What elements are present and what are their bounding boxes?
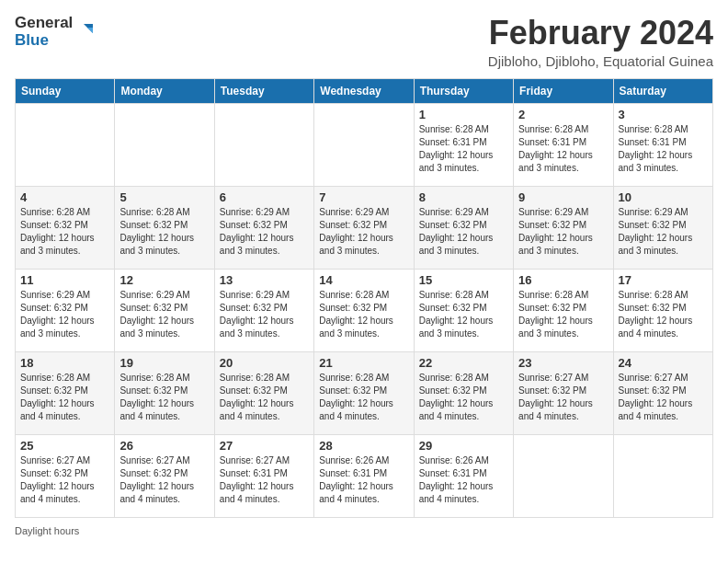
- calendar-cell: 29Sunrise: 6:26 AMSunset: 6:31 PMDayligh…: [414, 434, 513, 517]
- calendar-cell: 10Sunrise: 6:29 AMSunset: 6:32 PMDayligh…: [613, 186, 712, 269]
- day-info: Sunrise: 6:27 AMSunset: 6:32 PMDaylight:…: [518, 372, 608, 423]
- calendar-cell: 8Sunrise: 6:29 AMSunset: 6:32 PMDaylight…: [414, 186, 513, 269]
- day-number: 20: [220, 356, 309, 370]
- weekday-header-tuesday: Tuesday: [214, 78, 313, 103]
- page-header: General Blue February 2024 Djibloho, Dji…: [15, 15, 713, 69]
- calendar-cell: [214, 103, 313, 186]
- day-number: 18: [20, 356, 109, 370]
- day-info: Sunrise: 6:28 AMSunset: 6:31 PMDaylight:…: [619, 123, 708, 175]
- calendar-cell: 1Sunrise: 6:28 AMSunset: 6:31 PMDaylight…: [414, 103, 513, 186]
- day-info: Sunrise: 6:29 AMSunset: 6:32 PMDaylight:…: [220, 206, 309, 258]
- calendar-cell: 9Sunrise: 6:29 AMSunset: 6:32 PMDaylight…: [514, 186, 613, 269]
- day-info: Sunrise: 6:29 AMSunset: 6:32 PMDaylight:…: [619, 206, 708, 258]
- day-number: 10: [619, 190, 708, 204]
- day-info: Sunrise: 6:27 AMSunset: 6:32 PMDaylight:…: [619, 372, 708, 423]
- calendar-cell: 7Sunrise: 6:29 AMSunset: 6:32 PMDaylight…: [314, 186, 414, 269]
- day-number: 17: [619, 273, 708, 287]
- day-number: 16: [518, 273, 608, 287]
- calendar-week-4: 18Sunrise: 6:28 AMSunset: 6:32 PMDayligh…: [16, 351, 713, 434]
- day-number: 7: [319, 190, 408, 204]
- day-info: Sunrise: 6:28 AMSunset: 6:32 PMDaylight:…: [419, 289, 508, 340]
- day-number: 24: [619, 356, 708, 370]
- calendar-cell: 3Sunrise: 6:28 AMSunset: 6:31 PMDaylight…: [613, 103, 712, 186]
- weekday-header-friday: Friday: [514, 78, 613, 103]
- calendar-cell: 20Sunrise: 6:28 AMSunset: 6:32 PMDayligh…: [214, 351, 313, 434]
- month-title: February 2024: [488, 15, 713, 52]
- day-info: Sunrise: 6:28 AMSunset: 6:32 PMDaylight:…: [419, 372, 508, 423]
- weekday-header-sunday: Sunday: [16, 78, 115, 103]
- calendar-cell: [514, 434, 613, 517]
- day-number: 21: [319, 356, 408, 370]
- day-number: 11: [20, 273, 109, 287]
- calendar-week-2: 4Sunrise: 6:28 AMSunset: 6:32 PMDaylight…: [16, 186, 713, 269]
- day-info: Sunrise: 6:28 AMSunset: 6:32 PMDaylight:…: [20, 206, 109, 258]
- day-number: 9: [518, 190, 608, 204]
- calendar-cell: 13Sunrise: 6:29 AMSunset: 6:32 PMDayligh…: [214, 269, 313, 351]
- calendar-cell: 26Sunrise: 6:27 AMSunset: 6:32 PMDayligh…: [115, 434, 214, 517]
- calendar-cell: 6Sunrise: 6:29 AMSunset: 6:32 PMDaylight…: [214, 186, 313, 269]
- day-number: 28: [319, 439, 408, 453]
- calendar-cell: 16Sunrise: 6:28 AMSunset: 6:32 PMDayligh…: [514, 269, 613, 351]
- day-info: Sunrise: 6:29 AMSunset: 6:32 PMDaylight:…: [20, 289, 109, 340]
- day-info: Sunrise: 6:26 AMSunset: 6:31 PMDaylight:…: [419, 454, 508, 506]
- day-number: 15: [419, 273, 508, 287]
- calendar-cell: 19Sunrise: 6:28 AMSunset: 6:32 PMDayligh…: [115, 351, 214, 434]
- day-info: Sunrise: 6:27 AMSunset: 6:31 PMDaylight:…: [220, 454, 309, 506]
- day-info: Sunrise: 6:28 AMSunset: 6:32 PMDaylight:…: [319, 289, 408, 340]
- calendar-cell: [115, 103, 214, 186]
- location-title: Djibloho, Djibloho, Equatorial Guinea: [488, 53, 713, 69]
- calendar-cell: 5Sunrise: 6:28 AMSunset: 6:32 PMDaylight…: [115, 186, 214, 269]
- calendar-cell: 25Sunrise: 6:27 AMSunset: 6:32 PMDayligh…: [16, 434, 115, 517]
- calendar-cell: [314, 103, 414, 186]
- calendar-cell: [613, 434, 712, 517]
- day-number: 6: [220, 190, 309, 204]
- day-info: Sunrise: 6:27 AMSunset: 6:32 PMDaylight:…: [119, 454, 209, 506]
- day-number: 27: [220, 439, 309, 453]
- calendar-cell: 17Sunrise: 6:28 AMSunset: 6:32 PMDayligh…: [613, 269, 712, 351]
- day-number: 3: [619, 108, 708, 121]
- calendar-cell: 11Sunrise: 6:29 AMSunset: 6:32 PMDayligh…: [16, 269, 115, 351]
- calendar-cell: 4Sunrise: 6:28 AMSunset: 6:32 PMDaylight…: [16, 186, 115, 269]
- day-info: Sunrise: 6:28 AMSunset: 6:32 PMDaylight:…: [518, 289, 608, 340]
- day-number: 5: [119, 190, 209, 204]
- calendar-week-5: 25Sunrise: 6:27 AMSunset: 6:32 PMDayligh…: [16, 434, 713, 517]
- calendar-cell: 22Sunrise: 6:28 AMSunset: 6:32 PMDayligh…: [414, 351, 513, 434]
- day-info: Sunrise: 6:27 AMSunset: 6:32 PMDaylight:…: [20, 454, 109, 506]
- day-info: Sunrise: 6:28 AMSunset: 6:32 PMDaylight:…: [619, 289, 708, 340]
- calendar-cell: 21Sunrise: 6:28 AMSunset: 6:32 PMDayligh…: [314, 351, 414, 434]
- day-number: 4: [20, 190, 109, 204]
- calendar-week-1: 1Sunrise: 6:28 AMSunset: 6:31 PMDaylight…: [16, 103, 713, 186]
- weekday-header-wednesday: Wednesday: [314, 78, 414, 103]
- svg-marker-1: [87, 28, 93, 33]
- day-number: 25: [20, 439, 109, 453]
- logo-chevron-icon: [76, 22, 97, 42]
- day-number: 19: [119, 356, 209, 370]
- day-info: Sunrise: 6:29 AMSunset: 6:32 PMDaylight:…: [119, 289, 209, 340]
- day-number: 1: [419, 108, 508, 121]
- day-number: 29: [419, 439, 508, 453]
- calendar-cell: 24Sunrise: 6:27 AMSunset: 6:32 PMDayligh…: [613, 351, 712, 434]
- day-info: Sunrise: 6:29 AMSunset: 6:32 PMDaylight:…: [518, 206, 608, 258]
- calendar-cell: 18Sunrise: 6:28 AMSunset: 6:32 PMDayligh…: [16, 351, 115, 434]
- day-info: Sunrise: 6:28 AMSunset: 6:31 PMDaylight:…: [419, 123, 508, 175]
- calendar-table: SundayMondayTuesdayWednesdayThursdayFrid…: [15, 78, 713, 518]
- calendar-week-3: 11Sunrise: 6:29 AMSunset: 6:32 PMDayligh…: [16, 269, 713, 351]
- day-info: Sunrise: 6:28 AMSunset: 6:31 PMDaylight:…: [518, 123, 608, 175]
- day-info: Sunrise: 6:26 AMSunset: 6:31 PMDaylight:…: [319, 454, 408, 506]
- day-info: Sunrise: 6:29 AMSunset: 6:32 PMDaylight:…: [220, 289, 309, 340]
- weekday-header-row: SundayMondayTuesdayWednesdayThursdayFrid…: [16, 78, 713, 103]
- calendar-cell: 15Sunrise: 6:28 AMSunset: 6:32 PMDayligh…: [414, 269, 513, 351]
- day-info: Sunrise: 6:28 AMSunset: 6:32 PMDaylight:…: [20, 372, 109, 423]
- weekday-header-monday: Monday: [115, 78, 214, 103]
- calendar-cell: [16, 103, 115, 186]
- calendar-cell: 28Sunrise: 6:26 AMSunset: 6:31 PMDayligh…: [314, 434, 414, 517]
- day-number: 14: [319, 273, 408, 287]
- day-info: Sunrise: 6:29 AMSunset: 6:32 PMDaylight:…: [319, 206, 408, 258]
- day-number: 23: [518, 356, 608, 370]
- title-area: February 2024 Djibloho, Djibloho, Equato…: [488, 15, 713, 69]
- logo: General Blue: [15, 15, 97, 49]
- logo-text: General Blue: [15, 15, 73, 49]
- day-info: Sunrise: 6:28 AMSunset: 6:32 PMDaylight:…: [119, 206, 209, 258]
- day-info: Sunrise: 6:29 AMSunset: 6:32 PMDaylight:…: [419, 206, 508, 258]
- weekday-header-saturday: Saturday: [613, 78, 712, 103]
